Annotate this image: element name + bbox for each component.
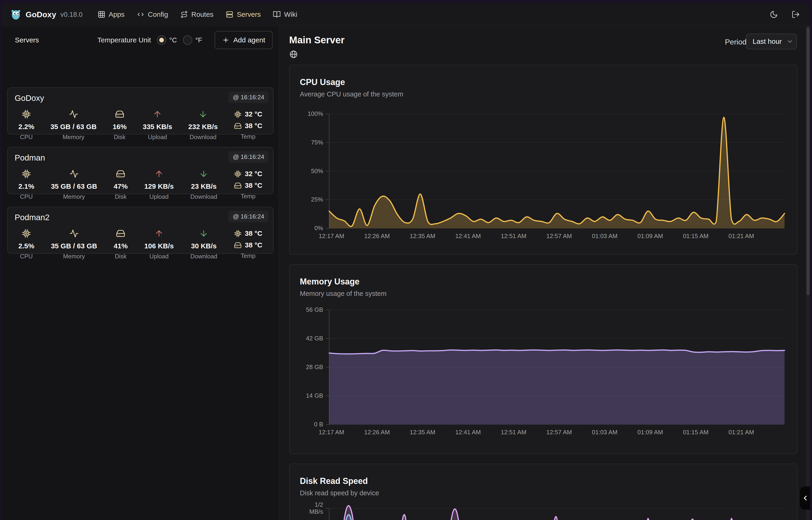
- nav-item-config[interactable]: Config: [137, 10, 168, 19]
- y-axis-tick-label: 100%: [299, 110, 323, 118]
- temperature-unit-label: Temperature Unit: [97, 36, 151, 44]
- x-axis-tick-label: 01:03 AM: [592, 429, 617, 436]
- radio-fahrenheit[interactable]: °F: [183, 35, 202, 45]
- stat-value: 32 °C: [245, 110, 262, 118]
- hard-drive-icon: [234, 241, 242, 249]
- x-axis-tick-label: 12:51 AM: [501, 233, 526, 240]
- x-axis-tick-label: 01:15 AM: [683, 429, 709, 436]
- stat-value: 38 °C: [245, 181, 262, 189]
- stat-upload: 335 KB/s Upload: [143, 109, 172, 141]
- nav-item-label: Servers: [237, 10, 261, 19]
- server-stats: 2.5% CPU 35 GB / 63 GB Memory 41% Disk 1…: [8, 229, 273, 260]
- page-title: Main Server: [289, 34, 344, 46]
- scrollbar-thumb[interactable]: [806, 27, 810, 295]
- navbar: GoDoxy v0.18.0 Apps Config Routes: [1, 3, 810, 26]
- arrow-up-icon: [155, 229, 164, 238]
- y-axis-tick-label: 50%: [299, 168, 323, 175]
- arrow-down-icon: [199, 169, 208, 179]
- nav-item-apps[interactable]: Apps: [97, 10, 124, 19]
- vertical-scrollbar[interactable]: [806, 26, 810, 520]
- nav-item-routes[interactable]: Routes: [180, 10, 214, 19]
- server-card-podman[interactable]: Podman @ 16:16:24 2.1% CPU 35 GB / 63 GB…: [7, 147, 274, 194]
- temperature-unit-group: Temperature Unit °C °F Add agent: [97, 31, 273, 49]
- stat-value: 30 KB/s: [191, 242, 217, 250]
- stat-label: CPU: [20, 253, 33, 260]
- stat-label: Temp: [241, 193, 256, 200]
- stat-cpu: 2.2% CPU: [19, 109, 34, 141]
- x-axis-tick-label: 01:15 AM: [683, 233, 709, 240]
- disk-read-speed-chart: 1/2 MB/s12:17 AM12:26 AM12:35 AM12:41 AM…: [299, 509, 786, 520]
- stat-value: 2.1%: [19, 182, 34, 190]
- x-axis-tick-label: 12:57 AM: [547, 429, 572, 436]
- add-agent-button[interactable]: Add agent: [215, 31, 273, 49]
- stat-value: 41%: [114, 242, 128, 250]
- y-axis-tick-label: 42 GB: [299, 335, 323, 342]
- theme-toggle-moon-icon[interactable]: [769, 10, 778, 19]
- stat-label: Disk: [115, 253, 127, 260]
- y-axis-tick-label: 14 GB: [299, 392, 323, 399]
- godoxy-logo-icon: [10, 8, 22, 21]
- code-brackets-icon: [137, 10, 145, 19]
- x-axis-tick-label: 01:21 AM: [728, 429, 754, 436]
- stat-label: Download: [190, 193, 218, 200]
- x-axis-tick-label: 12:51 AM: [501, 429, 526, 436]
- chart-title: Disk Read Speed: [300, 476, 368, 486]
- y-axis-tick-label: 75%: [299, 139, 323, 146]
- panel-collapse-tab[interactable]: [800, 487, 810, 510]
- book-open-icon: [273, 10, 281, 19]
- x-axis-tick-label: 12:35 AM: [410, 429, 435, 436]
- server-card-godoxy[interactable]: GoDoxy @ 16:16:24 2.2% CPU 35 GB / 63 GB…: [7, 87, 274, 134]
- brand[interactable]: GoDoxy v0.18.0: [10, 8, 83, 21]
- server-card-podman2[interactable]: Podman2 @ 16:16:24 2.5% CPU 35 GB / 63 G…: [7, 207, 274, 254]
- stat-upload: 106 KB/s Upload: [144, 229, 174, 260]
- brand-name: GoDoxy: [26, 10, 56, 19]
- server-stack-icon: [226, 10, 233, 19]
- nav-item-wiki[interactable]: Wiki: [273, 10, 297, 19]
- logout-icon[interactable]: [791, 10, 800, 19]
- stat-value: 38 °C: [245, 241, 262, 249]
- memory-usage-chart: 56 GB42 GB28 GB14 GB0 B12:17 AM12:26 AM1…: [299, 310, 786, 437]
- stat-label: Download: [190, 133, 217, 141]
- apps-grid-icon: [97, 10, 106, 19]
- cpu-icon: [22, 229, 31, 238]
- stat-value: 32 °C: [245, 170, 262, 178]
- server-timestamp-badge: @ 16:16:24: [229, 151, 269, 163]
- cpu-usage-chart: 100%75%50%25%0%12:17 AM12:26 AM12:35 AM1…: [299, 114, 786, 240]
- x-axis-tick-label: 12:35 AM: [410, 233, 435, 240]
- activity-icon: [69, 109, 78, 119]
- period-select[interactable]: Last hour: [746, 33, 797, 49]
- add-agent-label: Add agent: [233, 36, 265, 44]
- stat-memory: 35 GB / 63 GB Memory: [51, 229, 97, 260]
- chart-subtitle: Average CPU usage of the system: [300, 90, 403, 98]
- nav-item-label: Routes: [191, 10, 214, 19]
- route-icon: [180, 10, 188, 19]
- activity-icon: [69, 229, 79, 238]
- y-axis-tick-label: 0%: [299, 225, 323, 232]
- hard-drive-icon: [115, 109, 124, 119]
- stat-label: Download: [190, 253, 218, 260]
- brand-version: v0.18.0: [60, 11, 83, 19]
- stat-value: 35 GB / 63 GB: [51, 242, 97, 250]
- stat-disk: 41% Disk: [114, 229, 128, 260]
- sidebar-title: Servers: [15, 36, 39, 44]
- cpu-usage-card: CPU Usage Average CPU usage of the syste…: [289, 65, 797, 255]
- stat-value: 16%: [113, 123, 127, 131]
- stat-value: 38 °C: [245, 230, 262, 237]
- stat-memory: 35 GB / 63 GB Memory: [50, 109, 96, 141]
- radio-celsius[interactable]: °C: [157, 35, 177, 45]
- activity-icon: [69, 169, 79, 179]
- servers-sidebar: Servers Temperature Unit °C °F Add agent: [1, 26, 279, 520]
- stat-label: Memory: [63, 253, 85, 260]
- nav-item-servers[interactable]: Servers: [226, 10, 261, 19]
- disk-read-speed-card: Disk Read Speed Disk read speed by devic…: [289, 464, 797, 520]
- server-name: Podman2: [15, 213, 266, 222]
- stat-upload: 129 KB/s Upload: [144, 169, 174, 200]
- x-axis-tick-label: 12:41 AM: [455, 429, 481, 436]
- chart-subtitle: Memory usage of the system: [300, 290, 387, 297]
- cpu-icon: [234, 110, 242, 118]
- stat-value: 38 °C: [245, 122, 262, 130]
- cpu-icon: [22, 169, 31, 179]
- stat-value: 35 GB / 63 GB: [50, 123, 96, 131]
- radio-celsius-circle: [157, 35, 166, 45]
- chart-title: Memory Usage: [300, 277, 359, 287]
